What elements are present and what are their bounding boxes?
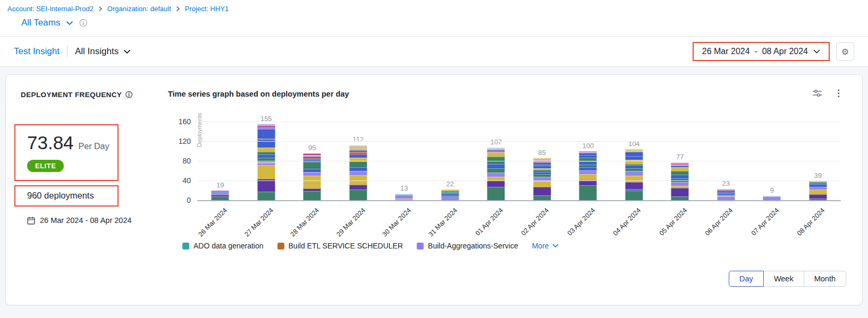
bar-segment[interactable] — [349, 185, 367, 189]
bar-column: 39 — [795, 123, 841, 200]
stacked-bar[interactable]: 9 — [763, 196, 781, 200]
info-icon[interactable]: ⓘ — [125, 91, 132, 98]
stacked-bar[interactable]: 22 — [441, 190, 459, 200]
kebab-menu-icon[interactable]: ⋮ — [834, 89, 843, 98]
widget-date-range: 26 Mar 2024 - 08 Apr 2024 — [40, 216, 132, 225]
interval-option-week[interactable]: Week — [763, 271, 804, 287]
bar-column: 112 — [335, 123, 382, 200]
bar-segment[interactable] — [487, 152, 505, 156]
bar-value-label: 95 — [308, 144, 316, 152]
bar-segment[interactable] — [395, 195, 413, 199]
bar-segment[interactable] — [763, 196, 781, 200]
bar-segment[interactable] — [671, 175, 689, 178]
info-icon[interactable]: ⓘ — [79, 19, 87, 27]
elite-badge: ELITE — [27, 160, 64, 172]
chart-filter-button[interactable] — [812, 89, 822, 97]
bar-segment[interactable] — [809, 194, 827, 199]
bar-segment[interactable] — [257, 148, 275, 152]
bar-segment[interactable] — [349, 171, 367, 175]
stacked-bar[interactable]: 19 — [212, 191, 229, 200]
bar-segment[interactable] — [671, 196, 689, 200]
bar-segment[interactable] — [625, 152, 643, 156]
chevron-down-icon[interactable] — [66, 21, 73, 25]
bar-segment[interactable] — [533, 195, 551, 200]
stacked-bar[interactable]: 77 — [671, 162, 689, 200]
bar-segment[interactable] — [487, 157, 505, 164]
stacked-bar[interactable]: 107 — [487, 148, 505, 200]
settings-button[interactable]: ⚙ — [836, 42, 854, 61]
team-selector[interactable]: All Teams — [21, 18, 60, 28]
divider — [67, 46, 68, 57]
gridline — [197, 122, 841, 122]
bar-segment[interactable] — [579, 185, 597, 200]
date-range-label: 26 Mar 2024 - 08 Apr 2024 — [702, 47, 808, 56]
breadcrumb-item[interactable]: Organization: default — [107, 5, 171, 13]
bar-segment[interactable] — [625, 191, 643, 201]
stacked-bar[interactable]: 112 — [349, 145, 367, 200]
x-tick: 31 Mar 2024 — [427, 201, 474, 235]
legend-item[interactable]: Build-Aggregations-Service — [417, 242, 518, 250]
stacked-bar[interactable]: 100 — [579, 151, 597, 201]
bar-segment[interactable] — [487, 168, 505, 173]
bar-segment[interactable] — [395, 200, 413, 200]
legend-swatch — [277, 243, 284, 250]
bar-segment[interactable] — [625, 182, 643, 189]
bar-segment[interactable] — [257, 165, 275, 179]
bar-segment[interactable] — [349, 190, 367, 200]
bar-segment[interactable] — [487, 173, 505, 176]
stacked-bar[interactable]: 104 — [625, 149, 643, 200]
bar-segment[interactable] — [304, 176, 321, 188]
bar-segment[interactable] — [579, 170, 597, 174]
bar-segment[interactable] — [671, 188, 689, 196]
bar-segment[interactable] — [533, 181, 551, 187]
bar-segment[interactable] — [809, 199, 827, 200]
bar-segment[interactable] — [441, 196, 459, 200]
interval-option-day[interactable]: Day — [729, 271, 764, 287]
gear-icon: ⚙ — [841, 47, 849, 57]
legend-label: Build-Aggregations-Service — [428, 242, 518, 250]
bar-segment[interactable] — [579, 174, 597, 180]
insights-dropdown[interactable]: All Insights — [75, 46, 131, 57]
bar-segment[interactable] — [304, 162, 321, 169]
bar-segment[interactable] — [212, 196, 229, 200]
bar-segment[interactable] — [257, 129, 275, 139]
bar-segment[interactable] — [487, 177, 505, 181]
breadcrumb-item[interactable]: Account: SEI-Internal-Prod2 — [7, 5, 94, 13]
x-tick-label: 06 Apr 2024 — [704, 207, 735, 237]
gridline — [197, 181, 841, 181]
interval-option-month[interactable]: Month — [804, 271, 846, 287]
stacked-bar[interactable]: 23 — [717, 189, 735, 200]
plot-area: Deployments 1915595112132210785100104772… — [197, 123, 841, 201]
bar-segment[interactable] — [257, 192, 275, 200]
bar-segment[interactable] — [487, 164, 505, 168]
legend-more-link[interactable]: More — [532, 242, 559, 250]
annotation-box-date-range: 26 Mar 2024 - 08 Apr 2024 — [693, 42, 830, 61]
bar-segment[interactable] — [717, 196, 735, 200]
annotation-box-stat: 73.84 Per Day ELITE — [14, 124, 119, 181]
chevron-down-icon — [123, 49, 131, 54]
breadcrumb-item[interactable]: Project: HHY1 — [185, 5, 229, 13]
bar-segment[interactable] — [487, 187, 505, 200]
date-range-picker[interactable]: 26 Mar 2024 - 08 Apr 2024 — [694, 43, 829, 60]
stacked-bar[interactable]: 13 — [395, 194, 413, 200]
stacked-bar[interactable]: 155 — [257, 124, 275, 200]
bar-segment[interactable] — [533, 187, 551, 195]
stacked-bar[interactable]: 85 — [533, 158, 551, 200]
bar-segment[interactable] — [625, 171, 643, 175]
insight-name-link[interactable]: Test Insight — [14, 46, 60, 57]
insight-header: Test Insight All Insights 26 Mar 2024 - … — [0, 36, 868, 67]
bar-segment[interactable] — [304, 191, 321, 200]
bar-value-label: 19 — [216, 181, 224, 189]
bar-segment[interactable] — [349, 161, 367, 167]
bar-segment[interactable] — [625, 156, 643, 160]
stacked-bar[interactable]: 39 — [809, 181, 827, 200]
bar-segment[interactable] — [671, 171, 689, 175]
bar-segment[interactable] — [809, 190, 827, 194]
top-header: Account: SEI-Internal-Prod2Organization:… — [0, 0, 868, 36]
bar-segment[interactable] — [671, 182, 689, 186]
legend-item[interactable]: Build ETL SERVICE SCHEDULER — [277, 242, 403, 250]
bar-segment[interactable] — [487, 181, 505, 187]
legend-item[interactable]: ADO data generation — [182, 242, 264, 250]
bar-value-label: 107 — [490, 138, 502, 146]
y-tick-label: 120 — [179, 136, 191, 146]
